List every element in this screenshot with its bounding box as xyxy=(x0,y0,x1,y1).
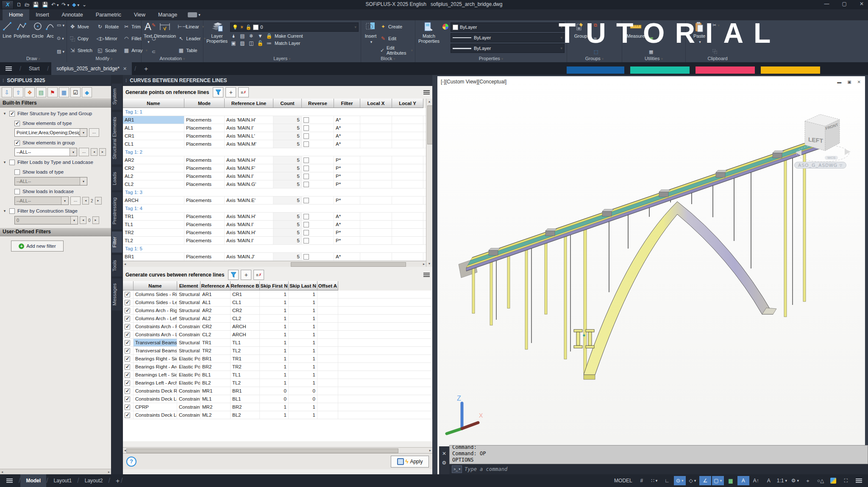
cell-name[interactable]: Bearnings Left - Sides xyxy=(134,371,177,379)
cell-name[interactable]: ARCH xyxy=(123,196,184,204)
block-create-button[interactable]: ✦Create xyxy=(380,22,413,31)
cell-skip-first[interactable]: 1 xyxy=(260,363,289,371)
layer-lock2-icon[interactable]: 🔒 xyxy=(266,33,273,39)
group-tag-row[interactable]: Tag 1: 5 xyxy=(123,245,426,253)
cell-reference-line[interactable]: Axis 'MAIN.F' xyxy=(225,164,273,172)
cell-skip-first[interactable]: 1 xyxy=(260,339,289,346)
cell-offset-a[interactable] xyxy=(317,339,338,346)
cell-reference-a[interactable]: AL1 xyxy=(200,299,231,306)
file-tab-drawing[interactable]: sofiplus_2025_arch_bridge* ✕ xyxy=(51,62,132,75)
cell-mode[interactable]: Placements xyxy=(184,237,225,244)
table-row[interactable]: CL2PlacementsAxis 'MAIN.G'5P* xyxy=(123,180,426,188)
cell-count[interactable]: 5 xyxy=(273,253,302,260)
cell-skip-last[interactable]: 1 xyxy=(289,291,317,298)
cell-offset-a[interactable] xyxy=(317,363,338,371)
cell-reference-a[interactable]: AR1 xyxy=(200,291,231,298)
cell-element[interactable]: Structural ... xyxy=(177,347,200,354)
loads-type-select[interactable]: --ALL--▾ xyxy=(14,177,87,185)
filter-loads-checkbox[interactable] xyxy=(9,160,15,165)
cell-filter[interactable]: P* xyxy=(334,172,360,180)
move-button[interactable]: ✥Move xyxy=(69,22,92,31)
vtab-tools[interactable]: Tools xyxy=(112,255,122,277)
cell-name[interactable]: AL1 xyxy=(123,124,184,132)
table-row[interactable]: ARCHPlacementsAxis 'MAIN.E'5P* xyxy=(123,196,426,205)
cell-local-y[interactable] xyxy=(392,253,423,260)
cell-name[interactable]: Transversal Beams - Sides xyxy=(134,339,177,346)
rectangle-icon[interactable]: ▭ xyxy=(57,22,64,28)
row-checkbox[interactable] xyxy=(125,308,130,313)
cell-reference-line[interactable]: Axis 'MAIN.I' xyxy=(225,172,273,180)
cell-reference-a[interactable]: BL1 xyxy=(200,371,231,379)
cell-reference-line[interactable]: Axis 'MAIN.H' xyxy=(225,229,273,236)
cell-offset-a[interactable] xyxy=(317,299,338,306)
cell-reference-a[interactable]: AR2 xyxy=(200,307,231,314)
column-header[interactable]: Count xyxy=(273,99,302,108)
row-checkbox[interactable] xyxy=(125,372,130,378)
cell-local-y[interactable] xyxy=(392,196,423,204)
cell-element[interactable]: Constraint xyxy=(177,411,200,419)
cell-count[interactable]: 5 xyxy=(273,164,302,172)
cell-enabled[interactable] xyxy=(123,403,134,411)
cell-filter[interactable]: P* xyxy=(334,180,360,188)
wcs-pill[interactable]: WCS xyxy=(825,156,838,160)
annotation-monitor-icon[interactable]: ＋ xyxy=(802,476,814,485)
cell-local-x[interactable] xyxy=(360,164,392,172)
column-header[interactable]: Offset A xyxy=(317,281,338,291)
row-checkbox[interactable] xyxy=(125,388,130,394)
cell-enabled[interactable] xyxy=(123,395,134,403)
command-tools-icon[interactable]: ⚙ xyxy=(442,460,447,466)
cell-filter[interactable]: A* xyxy=(334,221,360,228)
cell-reference-line[interactable]: Axis 'MAIN.I' xyxy=(225,237,273,244)
cell-name[interactable]: AR2 xyxy=(123,156,184,164)
cell-local-y[interactable] xyxy=(392,156,423,164)
cell-reverse[interactable] xyxy=(302,229,334,236)
block-edit-button[interactable]: ✎Edit xyxy=(380,34,413,43)
row-checkbox[interactable] xyxy=(125,396,130,402)
cell-enabled[interactable] xyxy=(123,307,134,314)
cell-reverse[interactable] xyxy=(302,172,334,180)
cell-skip-first[interactable]: 1 xyxy=(260,403,289,411)
cell-offset-a[interactable] xyxy=(317,371,338,379)
cell-skip-last[interactable]: 1 xyxy=(289,331,317,338)
cell-reference-b[interactable]: CL1 xyxy=(231,299,260,306)
lineweight-icon[interactable]: ▆ xyxy=(725,476,737,485)
cell-count[interactable]: 5 xyxy=(273,156,302,164)
cell-reference-b[interactable]: TR1 xyxy=(231,355,260,362)
cell-skip-last[interactable]: 1 xyxy=(289,347,317,354)
cell-reference-b[interactable]: ARCH xyxy=(231,323,260,330)
panel-label-properties[interactable]: Properties xyxy=(415,55,567,62)
add-new-filter-button[interactable]: + Add new filter xyxy=(11,241,64,252)
dimension-button[interactable]: Dimension xyxy=(154,22,176,55)
cell-skip-last[interactable]: 1 xyxy=(289,371,317,379)
cell-element[interactable]: Constraint xyxy=(177,387,200,395)
apply-button[interactable]: ϟ Apply xyxy=(391,456,429,468)
cell-local-x[interactable] xyxy=(360,196,392,204)
cell-offset-a[interactable] xyxy=(317,355,338,362)
cell-reference-a[interactable]: MR1 xyxy=(200,387,231,395)
cell-element[interactable]: Constraint xyxy=(177,331,200,338)
table-row[interactable]: TL2PlacementsAxis 'MAIN.I'5P* xyxy=(123,237,426,245)
table-row[interactable]: BR1PlacementsAxis 'MAIN.J'5A* xyxy=(123,253,426,261)
row-checkbox[interactable] xyxy=(125,324,130,329)
reverse-checkbox[interactable] xyxy=(303,158,309,163)
row-checkbox[interactable] xyxy=(125,316,130,321)
close-tab-icon[interactable]: ✕ xyxy=(123,66,127,72)
linear-button[interactable]: ⊢⊣Linear xyxy=(178,22,206,31)
layer-properties-button[interactable]: Layer Properties xyxy=(206,22,228,55)
calculator-icon[interactable]: ▦ xyxy=(649,49,653,55)
cell-filter[interactable]: P* xyxy=(334,237,360,244)
cell-mode[interactable]: Placements xyxy=(184,164,225,172)
cell-reference-a[interactable]: CR2 xyxy=(200,323,231,330)
cell-name[interactable]: BR1 xyxy=(123,253,184,260)
group-next-icon[interactable]: ▸ xyxy=(99,148,106,156)
row-checkbox[interactable] xyxy=(125,404,130,410)
cell-filter[interactable]: A* xyxy=(334,124,360,132)
element-type-select[interactable]: Point;Line;Area;Opening;Design Elem▾ xyxy=(14,128,87,137)
cell-reference-a[interactable]: ML2 xyxy=(200,411,231,419)
cell-reference-line[interactable]: Axis 'MAIN.J' xyxy=(225,253,273,260)
customization-icon[interactable] xyxy=(853,476,865,485)
text-button[interactable]: AText xyxy=(144,22,152,55)
reverse-checkbox[interactable] xyxy=(303,117,309,123)
cell-filter[interactable]: P* xyxy=(334,196,360,204)
cell-local-y[interactable] xyxy=(392,237,423,244)
